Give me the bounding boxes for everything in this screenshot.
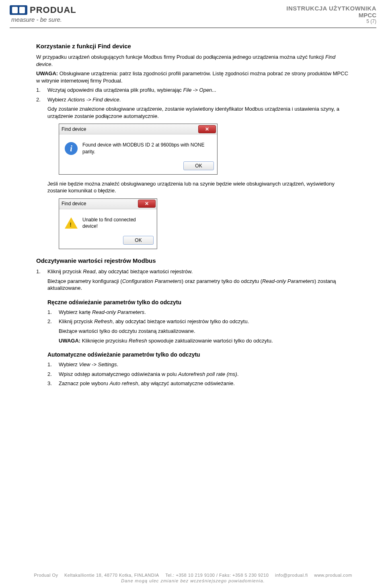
ok-button[interactable]: OK — [123, 236, 154, 245]
list-item: 1. Wczytaj odpowiedni dla urządzenia pli… — [47, 87, 350, 94]
paragraph: Bieżące parametry konfiguracji (Configur… — [47, 278, 350, 292]
list-item: 2. Wybierz Actions -> Find device. Gdy z… — [47, 96, 350, 249]
doc-meta: INSTRUKCJA UŻYTKOWNIKA MPCC 5 (7) — [286, 5, 376, 24]
dialog-titlebar: Find device ✕ — [59, 124, 217, 134]
paragraph-note: UWAGA: Kliknięcie przycisku Refresh spow… — [59, 337, 350, 345]
dialog-title: Find device — [62, 126, 86, 132]
auto-refresh-steps: 1. Wybierz View -> Settings. 2. Wpisz od… — [47, 361, 350, 387]
doc-code: MPCC — [286, 12, 376, 19]
content: Korzystanie z funkcji Find device W przy… — [0, 28, 386, 387]
section-title-find-device: Korzystanie z funkcji Find device — [36, 43, 350, 50]
logo-icon — [10, 5, 27, 15]
dialog-message: Found device with MODBUS ID 2 at 9600bps… — [82, 142, 211, 155]
paragraph-note: UWAGA: Obsługiwane urządzenia: patrz lis… — [36, 70, 350, 84]
list-item: 2. Wpisz odstęp automatycznego odświeżan… — [59, 371, 350, 378]
list-item: 1. Kliknij przycisk Read, aby odczytać b… — [47, 268, 350, 292]
paragraph: W przypadku urządzeń obsługujących funkc… — [36, 54, 350, 68]
doc-type: INSTRUKCJA UŻYTKOWNIKA — [286, 5, 376, 12]
tagline: measure - be sure. — [10, 16, 76, 23]
footer-web: www.produal.com — [314, 573, 352, 578]
page-header: PRODUAL measure - be sure. INSTRUKCJA UŻ… — [0, 0, 386, 26]
list-item: 1. Wybierz View -> Settings. — [59, 361, 350, 368]
logo-block: PRODUAL measure - be sure. — [10, 5, 76, 24]
ok-button[interactable]: OK — [183, 161, 214, 170]
read-registers-steps: 1. Kliknij przycisk Read, aby odczytać b… — [36, 268, 350, 292]
footer-tel: Tel.: +358 10 219 9100 / Faks: +358 5 23… — [165, 573, 269, 578]
section-title-read-registers: Odczytywanie wartości rejestrów Modbus — [36, 257, 350, 264]
dialog-find-device-found: Find device ✕ i Found device with MODBUS… — [59, 124, 218, 174]
find-device-steps: 1. Wczytaj odpowiedni dla urządzenia pli… — [36, 87, 350, 249]
close-icon[interactable]: ✕ — [198, 125, 216, 133]
info-icon: i — [65, 142, 78, 155]
page-footer: Produal Oy Keltakalliontie 18, 48770 Kot… — [0, 573, 386, 583]
paragraph: Bieżące wartości tylko do odczytu zostan… — [59, 328, 350, 335]
footer-address: Keltakalliontie 18, 48770 Kotka, FINLAND… — [64, 573, 159, 578]
close-icon[interactable]: ✕ — [138, 200, 156, 208]
manual-refresh-steps: 1. Wybierz kartę Read-only Parameters. 2… — [47, 309, 350, 344]
list-item: 2. Kliknij przycisk Refresh, aby odczyta… — [59, 318, 350, 344]
section-title-manual-refresh: Ręczne odświeżanie parametrów tylko do o… — [47, 299, 350, 305]
section-title-auto-refresh: Automatyczne odświeżanie parametrów tylk… — [47, 351, 350, 358]
warning-icon — [65, 217, 78, 229]
page-number: 5 (7) — [286, 19, 376, 24]
paragraph: Gdy zostanie znalezione obsługiwane urzą… — [47, 105, 350, 120]
dialog-titlebar: Find device ✕ — [59, 199, 157, 209]
footer-mail: info@produal.fi — [275, 573, 308, 578]
footer-company: Produal Oy — [34, 573, 58, 578]
dialog-title: Find device — [62, 200, 86, 207]
logo-text: PRODUAL — [30, 5, 76, 15]
list-item: 1. Wybierz kartę Read-only Parameters. — [59, 309, 350, 316]
footer-disclaimer: Dane mogą ulec zmianie bez wcześniejszeg… — [10, 578, 376, 583]
paragraph: Jeśli nie będzie można znaleźć obsługiwa… — [47, 180, 350, 194]
dialog-find-device-error: Find device ✕ Unable to find connected d… — [59, 198, 157, 249]
list-item: 3. Zaznacz pole wyboru Auto refresh, aby… — [59, 380, 350, 387]
dialog-message: Unable to find connected device! — [82, 217, 151, 229]
